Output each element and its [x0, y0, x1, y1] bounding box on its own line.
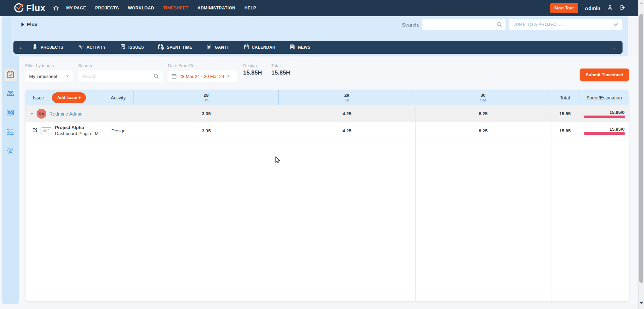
group-user-name[interactable]: Redmine Admin: [49, 111, 83, 117]
nav-item-workload[interactable]: WORKLOAD: [128, 6, 154, 10]
user-icon[interactable]: [607, 4, 613, 12]
clipboard-icon: [32, 44, 38, 51]
breadcrumb[interactable]: Flux: [21, 21, 38, 28]
table-row-group-user[interactable]: RA Redmine Admin 3.35 4.25 8.25 15.85 15…: [25, 105, 629, 122]
issue-search-label: Search: [78, 63, 163, 68]
total-stat-value: 15.85H: [271, 70, 293, 76]
search-label: Search:: [402, 22, 419, 28]
external-link-icon[interactable]: [32, 127, 38, 134]
calendar-check-icon: [6, 70, 15, 80]
team-filter-group: Filter by teams My Timesheet: [25, 63, 73, 82]
issue-project-title: Project Alpha: [55, 125, 98, 131]
group-day-value-29[interactable]: 4.25: [279, 105, 415, 122]
team-select-value: My Timesheet: [29, 74, 57, 79]
group-spent-estimation-cell: 15.85/0: [579, 105, 629, 122]
column-divider: [551, 105, 551, 302]
submit-timesheet-button[interactable]: Submit Timesheet: [580, 69, 629, 81]
issue-title-block[interactable]: Project Alpha Dashboard Plugin : Ma: [55, 125, 98, 136]
avatar: RA: [37, 109, 46, 119]
table-row-issue[interactable]: #54 Project Alpha Dashboard Plugin : Ma …: [25, 122, 629, 139]
flux-logo[interactable]: Flux: [13, 2, 46, 14]
nav-item-timesheet[interactable]: TIMESHEET: [163, 6, 189, 10]
issue-day-value-28[interactable]: 3.35: [134, 122, 279, 139]
calendar-icon: [244, 44, 249, 51]
table-body: RA Redmine Admin 3.35 4.25 8.25 15.85 15…: [25, 105, 629, 302]
jump-to-project-select[interactable]: JUMP TO A PROJECT...: [508, 19, 623, 30]
main-content: Filter by teams My Timesheet Search Date…: [19, 56, 638, 304]
tab-spent-time[interactable]: SPENT TIME: [151, 44, 199, 51]
sidebar-item-timesheet[interactable]: [4, 69, 17, 82]
top-navigation: Flux MY PAGE PROJECTS WORKLOAD TIMESHEET…: [0, 0, 644, 16]
caret-down-icon: [66, 76, 69, 77]
issue-id-badge[interactable]: #54: [41, 127, 52, 134]
column-divider: [279, 105, 279, 302]
sidebar-item-workload-gauge[interactable]: [4, 144, 17, 158]
filter-bar: Filter by teams My Timesheet Search Date…: [19, 56, 638, 82]
document-check-icon: [120, 44, 126, 51]
calendar-clock-icon: [158, 44, 164, 51]
group-day-value-28[interactable]: 3.35: [134, 105, 279, 122]
tab-calendar[interactable]: CALENDAR: [236, 44, 283, 51]
scrollbar-up-icon[interactable]: [640, 2, 643, 4]
table-header-row: Issue Add Issue + Activity 28 Thu 29 Fri…: [25, 90, 629, 105]
tab-news[interactable]: NEWS: [282, 44, 318, 51]
issue-day-value-30[interactable]: 8.25: [415, 122, 551, 139]
scroll-left-icon[interactable]: ←: [19, 45, 24, 50]
column-divider: [134, 105, 134, 302]
tab-issues[interactable]: ISSUES: [113, 44, 151, 51]
nav-item-help[interactable]: HELP: [245, 6, 256, 10]
column-divider: [579, 105, 579, 302]
spent-estimation-column-header: Spent/Estimation: [579, 90, 629, 105]
collapse-caret-icon[interactable]: [30, 113, 34, 115]
issue-subtitle: Dashboard Plugin : Ma: [55, 131, 98, 137]
global-search-input[interactable]: [422, 19, 506, 30]
tab-activity[interactable]: ACTIVITY: [70, 44, 113, 51]
date-range-group: Date From/To 28 Mar 24 - 30 Mar 24: [168, 63, 237, 82]
design-stat-label: Design: [243, 63, 265, 68]
home-icon[interactable]: [53, 5, 59, 11]
jump-to-project-value: JUMP TO A PROJECT...: [514, 22, 563, 27]
project-tab-bar: ← PROJECTS ACTIVITY ISSUES SPENT TIME GA…: [13, 41, 623, 54]
issue-activity-value: Design: [103, 122, 134, 139]
team-select[interactable]: My Timesheet: [25, 71, 73, 82]
issue-day-value-29[interactable]: 4.25: [279, 122, 415, 139]
scrollbar-down-icon[interactable]: [639, 302, 643, 304]
breadcrumb-arrow-icon: [21, 23, 24, 27]
tab-projects[interactable]: PROJECTS: [24, 44, 70, 51]
scrollbar-thumb[interactable]: [639, 14, 643, 283]
add-issue-button[interactable]: Add Issue +: [52, 92, 86, 103]
logout-icon[interactable]: [620, 4, 626, 12]
board-gear-icon: [6, 108, 15, 118]
issue-spent-value: 15.85/0: [584, 127, 625, 132]
nav-item-administration[interactable]: ADMINISTRATION: [198, 6, 235, 10]
current-user-label[interactable]: Admin: [585, 5, 600, 11]
scroll-right-icon[interactable]: →: [610, 45, 616, 50]
vertical-scrollbar[interactable]: [638, 0, 644, 309]
main-menu: MY PAGE PROJECTS WORKLOAD TIMESHEET ADMI…: [66, 6, 256, 10]
activity-column-header: Activity: [103, 90, 134, 105]
column-divider: [103, 105, 103, 302]
day-column-header-28: 28 Thu: [134, 90, 279, 105]
sidebar-item-teams[interactable]: [4, 88, 17, 101]
nav-item-projects[interactable]: PROJECTS: [95, 6, 119, 10]
group-day-value-30[interactable]: 8.25: [415, 105, 551, 122]
design-total-stat: Design 15.85H: [243, 63, 265, 76]
sidebar-item-checklist[interactable]: [4, 126, 17, 139]
timesheet-table: Issue Add Issue + Activity 28 Thu 29 Fri…: [25, 90, 629, 302]
date-range-picker[interactable]: 28 Mar 24 - 30 Mar 24: [168, 71, 237, 82]
issue-search-input[interactable]: [78, 74, 163, 79]
page-header-band: Flux Search: JUMP TO A PROJECT... ← PROJ…: [11, 16, 628, 56]
left-sidebar: [2, 16, 19, 304]
nav-item-my-page[interactable]: MY PAGE: [66, 6, 86, 10]
start-tour-button[interactable]: Start Tour: [550, 3, 579, 13]
tab-gantt[interactable]: GANTT: [199, 44, 236, 51]
gantt-calendar-icon: [206, 44, 212, 51]
checklist-icon: [6, 127, 15, 137]
breadcrumb-label: Flux: [27, 21, 38, 28]
sidebar-item-settings-board[interactable]: [4, 106, 17, 120]
issue-search-group: Search: [78, 63, 163, 82]
chevron-down-icon: [613, 23, 618, 26]
check-circle-logo-icon: [13, 2, 24, 14]
issue-column-header: Issue: [33, 95, 44, 100]
total-stat-label: Total: [271, 63, 293, 68]
